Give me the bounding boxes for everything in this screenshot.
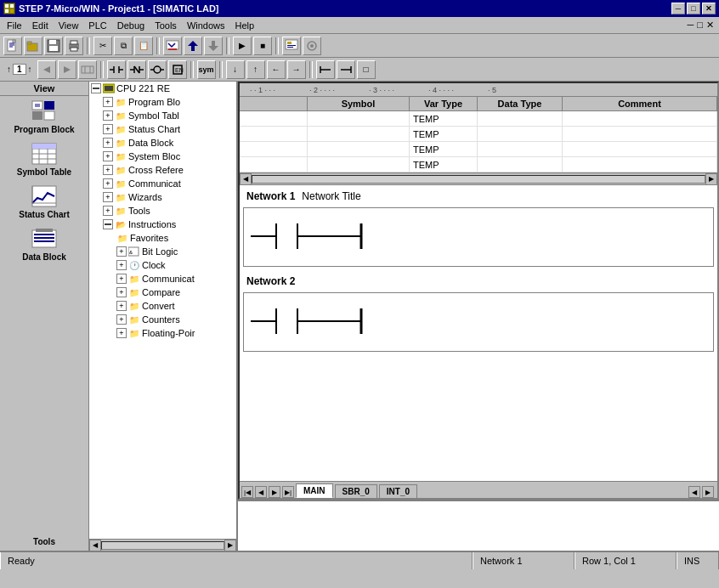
tree-expand-compare[interactable]: +: [116, 287, 127, 297]
sidebar-item-status-chart[interactable]: Status Chart: [0, 181, 88, 223]
table-row-3[interactable]: TEMP: [240, 142, 717, 157]
tab-scroll-right[interactable]: ▶: [702, 486, 714, 498]
tree-item-favorites[interactable]: 📁 Favorites: [89, 231, 236, 245]
row4-symbol[interactable]: [308, 157, 410, 172]
monitor-button[interactable]: [282, 37, 301, 55]
tree-item-instructions[interactable]: 📂 Instructions: [89, 218, 236, 231]
tree-expand-system-block[interactable]: +: [103, 151, 113, 161]
compile-button[interactable]: [163, 37, 182, 55]
download-button[interactable]: [184, 37, 202, 55]
row3-datatype[interactable]: [478, 142, 563, 156]
row2-comment[interactable]: [563, 127, 717, 141]
row4-name[interactable]: [240, 157, 308, 172]
tree-item-cross-ref[interactable]: + 📁 Cross Refere: [89, 163, 236, 177]
tree-expand-wizards[interactable]: +: [103, 192, 113, 202]
tree-scroll[interactable]: CPU 221 RE + 📁 Program Blo + 📁 Symbol Ta…: [89, 82, 236, 539]
tab-nav-first[interactable]: |◀: [241, 486, 253, 498]
box-button[interactable]: EN: [168, 60, 187, 79]
tree-expand-symbol-table[interactable]: +: [103, 110, 113, 121]
insert-row-button[interactable]: □: [357, 60, 376, 79]
row1-comment[interactable]: [563, 111, 717, 126]
tree-scroll-left[interactable]: ◀: [89, 540, 101, 551]
table-row-4[interactable]: TEMP: [240, 157, 717, 172]
tree-item-convert[interactable]: + 📁 Convert: [89, 299, 236, 313]
minimize-button[interactable]: ─: [671, 3, 685, 14]
close-button[interactable]: ✕: [702, 3, 716, 14]
menu-help[interactable]: Help: [230, 19, 260, 32]
tree-item-counters[interactable]: + 📁 Counters: [89, 313, 236, 326]
branch-close-button[interactable]: [337, 60, 355, 79]
row3-comment[interactable]: [563, 142, 717, 156]
tree-item-bit-logic[interactable]: + & Bit Logic: [89, 245, 236, 258]
tree-expand-counters[interactable]: +: [116, 314, 127, 325]
toolbar2-btn1[interactable]: [78, 60, 97, 79]
nav-back-button[interactable]: [37, 60, 56, 79]
row3-vartype[interactable]: TEMP: [410, 142, 478, 156]
open-button[interactable]: [24, 37, 42, 55]
tree-item-compare[interactable]: + 📁 Compare: [89, 286, 236, 299]
tree-item-communicat1[interactable]: + 📁 Communicat: [89, 177, 236, 190]
copy-button[interactable]: ⧉: [114, 37, 133, 55]
mdi-close[interactable]: ✕: [706, 20, 714, 31]
tree-expand-tools[interactable]: +: [103, 206, 113, 216]
menu-tools[interactable]: Tools: [150, 19, 182, 32]
mdi-minimize[interactable]: ─: [688, 20, 694, 31]
menu-debug[interactable]: Debug: [112, 19, 150, 32]
tree-item-status-chart[interactable]: + 📁 Status Chart: [89, 122, 236, 136]
menu-plc[interactable]: PLC: [83, 19, 111, 32]
table-row-1[interactable]: TEMP: [240, 111, 717, 127]
tree-item-program-block[interactable]: + 📁 Program Blo: [89, 95, 236, 109]
mdi-restore[interactable]: □: [697, 20, 703, 31]
contact-nc-button[interactable]: [127, 60, 146, 79]
tree-expand-floating-point[interactable]: +: [116, 328, 127, 338]
tree-root[interactable]: CPU 221 RE: [89, 82, 236, 95]
tree-expand-bit-logic[interactable]: +: [116, 246, 127, 257]
menu-windows[interactable]: Windows: [182, 19, 230, 32]
mdi-controls[interactable]: ─ □ ✕: [688, 20, 717, 31]
arrow-right-button[interactable]: →: [287, 60, 306, 79]
row1-name[interactable]: [240, 111, 308, 126]
tree-expand-status-chart[interactable]: +: [103, 124, 113, 134]
tree-item-tools[interactable]: + 📁 Tools: [89, 204, 236, 218]
row2-name[interactable]: [240, 127, 308, 141]
sidebar-item-data-block[interactable]: Data Block: [0, 223, 88, 266]
contact-no-button[interactable]: [107, 60, 126, 79]
row2-datatype[interactable]: [478, 127, 563, 141]
menu-view[interactable]: View: [54, 19, 84, 32]
vartable-scroll-right[interactable]: ▶: [705, 173, 717, 185]
tree-expand-root[interactable]: [91, 83, 101, 93]
coil-button[interactable]: [148, 60, 167, 79]
tab-sbr0[interactable]: SBR_0: [335, 484, 377, 498]
vartable-scroll-track[interactable]: [252, 175, 705, 184]
tree-expand-data-block[interactable]: +: [103, 138, 113, 148]
network-2-diagram[interactable]: [243, 292, 714, 352]
row1-symbol[interactable]: [308, 111, 410, 126]
branch-open-button[interactable]: [316, 60, 335, 79]
row3-name[interactable]: [240, 142, 308, 156]
tab-nav-prev[interactable]: ◀: [255, 486, 267, 498]
new-button[interactable]: [3, 37, 22, 55]
sidebar-item-symbol-table[interactable]: Symbol Table: [0, 139, 88, 181]
network-area[interactable]: Network 1 Network Title: [240, 185, 717, 481]
maximize-button[interactable]: □: [687, 3, 700, 14]
row1-vartype[interactable]: TEMP: [410, 111, 478, 126]
tree-expand-clock[interactable]: +: [116, 260, 127, 270]
tree-expand-program-block[interactable]: +: [103, 97, 113, 107]
cut-button[interactable]: ✂: [93, 37, 112, 55]
row2-symbol[interactable]: [308, 127, 410, 141]
save-button[interactable]: [44, 37, 63, 55]
title-bar-buttons[interactable]: ─ □ ✕: [671, 3, 716, 14]
tree-item-clock[interactable]: + 🕐 Clock: [89, 258, 236, 272]
tab-scroll-left[interactable]: ◀: [688, 486, 700, 498]
menu-file[interactable]: File: [2, 19, 27, 32]
sidebar-item-program-block[interactable]: Program Block: [0, 96, 88, 139]
table-row-2[interactable]: TEMP: [240, 127, 717, 142]
tab-nav-last[interactable]: ▶|: [282, 486, 294, 498]
tree-item-system-block[interactable]: + 📁 System Bloc: [89, 150, 236, 163]
tree-item-wizards[interactable]: + 📁 Wizards: [89, 190, 236, 204]
arrow-down-button[interactable]: ↓: [226, 60, 245, 79]
upload-button[interactable]: [204, 37, 223, 55]
run-button[interactable]: ▶: [233, 37, 252, 55]
tree-expand-communicat2[interactable]: +: [116, 274, 127, 284]
menu-edit[interactable]: Edit: [27, 19, 54, 32]
